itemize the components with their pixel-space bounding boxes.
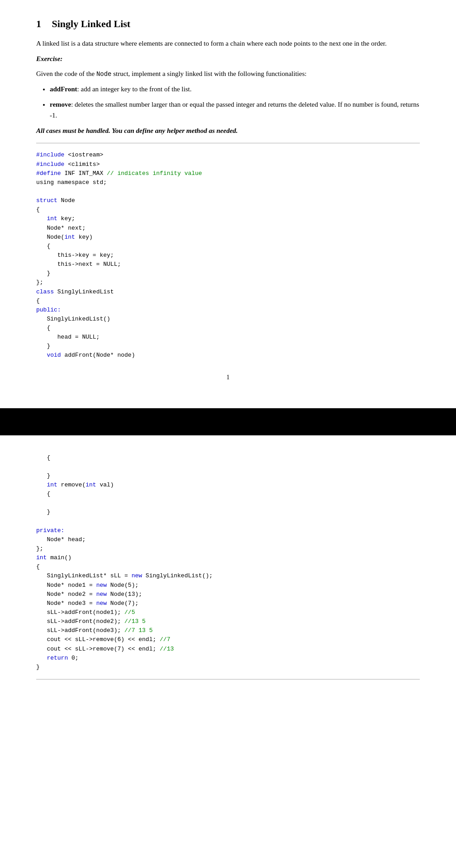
given-text: Given the code of the Node struct, imple… (36, 68, 420, 79)
code-line-16: class SinglyLinkedList (36, 288, 420, 297)
code-line-4: using namespace std; (36, 178, 420, 187)
addfront-desc: : add an integer key to the front of the… (77, 85, 192, 93)
addfront-keyword: addFront (50, 85, 77, 93)
code-bot-16: Node* node2 = new Node(13); (36, 590, 420, 599)
title-text: Singly Linked List (52, 18, 131, 29)
code-bot-6 (36, 499, 420, 508)
code-bot-20: sLL->addFront(node3); //7 13 5 (36, 626, 420, 635)
code-bot-15: Node* node1 = new Node(5); (36, 581, 420, 590)
code-bot-10: Node* head; (36, 535, 420, 544)
code-line-17: { (36, 297, 420, 306)
code-bot-3: } (36, 472, 420, 481)
code-line-11: { (36, 242, 420, 251)
code-line-13: this->next = NULL; (36, 260, 420, 269)
black-bar-separator (0, 408, 456, 435)
code-line-21: head = NULL; (36, 333, 420, 342)
bullet-item-addfront: addFront: add an integer key to the fron… (50, 84, 420, 94)
code-line-18: public: (36, 306, 420, 315)
code-bot-11: }; (36, 544, 420, 553)
page-container: 1 Singly Linked List A linked list is a … (0, 0, 456, 868)
code-block-top: #include <iostream> #include <climits> #… (36, 143, 420, 360)
code-line-19: SinglyLinkedList() (36, 315, 420, 324)
code-line-15: }; (36, 278, 420, 287)
code-line-10: Node(int key) (36, 233, 420, 242)
code-line-1: #include <iostream> (36, 151, 420, 160)
code-line-5 (36, 187, 420, 196)
code-line-2: #include <climits> (36, 160, 420, 169)
code-block-bottom: { } int remove(int val) { } private: Nod… (36, 453, 420, 672)
code-line-12: this->key = key; (36, 251, 420, 260)
code-bot-8 (36, 517, 420, 526)
code-bot-14: SinglyLinkedList* sLL = new SinglyLinked… (36, 571, 420, 580)
code-line-22: } (36, 342, 420, 351)
page-bottom: { } int remove(int val) { } private: Nod… (0, 435, 456, 707)
bullet-list: addFront: add an integer key to the fron… (50, 84, 420, 121)
bullet-item-remove: remove: deletes the smallest number larg… (50, 99, 420, 121)
exercise-label: Exercise: (36, 55, 420, 63)
code-line-8: int key; (36, 214, 420, 223)
code-bot-13: { (36, 562, 420, 571)
page-title: 1 Singly Linked List (36, 18, 420, 30)
code-bot-5: { (36, 490, 420, 499)
important-note: All cases must be handled. You can defin… (36, 127, 420, 135)
code-line-14: } (36, 269, 420, 278)
node-code-inline: Node (96, 71, 112, 78)
code-bot-4: int remove(int val) (36, 481, 420, 490)
code-bot-17: Node* node3 = new Node(7); (36, 599, 420, 608)
code-bot-7: } (36, 508, 420, 517)
intro-paragraph: A linked list is a data structure where … (36, 38, 420, 49)
code-bot-2 (36, 462, 420, 472)
code-bot-21: cout << sLL->remove(6) << endl; //7 (36, 635, 420, 644)
code-bot-1: { (36, 453, 420, 462)
code-bot-9: private: (36, 526, 420, 535)
code-bot-24: } (36, 663, 420, 672)
code-bot-23: return 0; (36, 654, 420, 663)
remove-desc: : deletes the smallest number larger tha… (50, 101, 419, 119)
code-line-20: { (36, 324, 420, 333)
code-line-3: #define INF INT_MAX // indicates infinit… (36, 169, 420, 178)
bottom-divider (36, 679, 420, 679)
code-line-6: struct Node (36, 196, 420, 205)
code-bot-22: cout << sLL->remove(7) << endl; //13 (36, 645, 420, 654)
code-bot-18: sLL->addFront(node1); //5 (36, 608, 420, 617)
remove-keyword: remove (50, 101, 71, 108)
code-line-9: Node* next; (36, 224, 420, 233)
section-number: 1 (36, 18, 41, 29)
page-number: 1 (36, 374, 420, 381)
page-top: 1 Singly Linked List A linked list is a … (0, 0, 456, 408)
code-line-7: { (36, 205, 420, 214)
code-bot-12: int main() (36, 553, 420, 562)
code-line-23: void addFront(Node* node) (36, 351, 420, 360)
code-bot-19: sLL->addFront(node2); //13 5 (36, 617, 420, 626)
